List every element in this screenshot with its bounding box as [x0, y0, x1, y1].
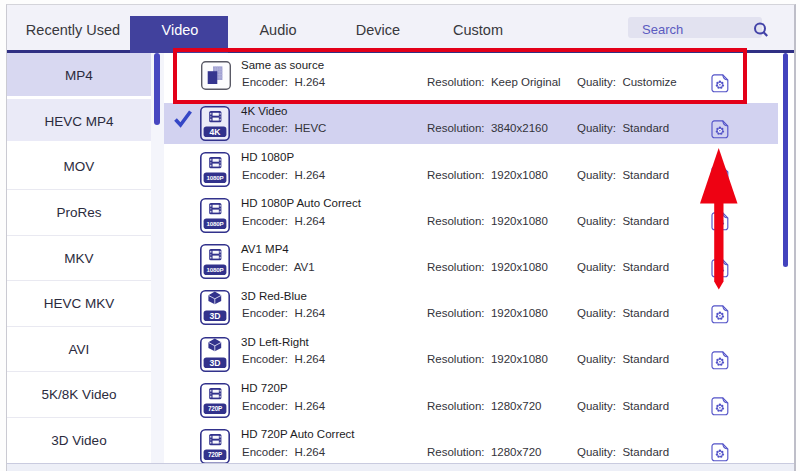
svg-text:720P: 720P [208, 405, 223, 412]
svg-text:720P: 720P [208, 451, 223, 458]
svg-text:1080P: 1080P [207, 174, 224, 181]
svg-text:1080P: 1080P [207, 220, 224, 227]
svg-text:3D: 3D [210, 311, 221, 321]
svg-text:1080P: 1080P [207, 266, 224, 273]
svg-text:3D: 3D [210, 357, 221, 367]
svg-text:4K: 4K [210, 126, 222, 136]
